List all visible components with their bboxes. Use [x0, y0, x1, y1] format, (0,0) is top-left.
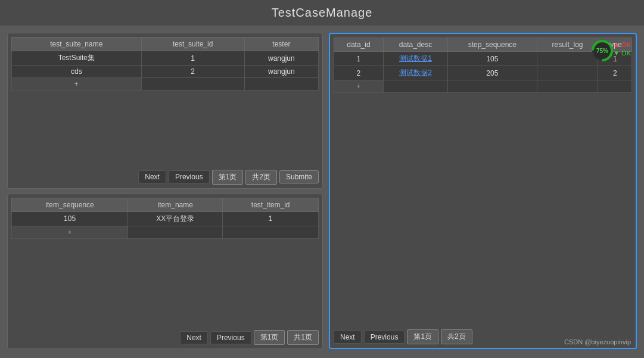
item-previous-button[interactable]: Previous	[210, 331, 251, 344]
data-total-label: 共2页	[441, 329, 472, 344]
add-data-button[interactable]: +	[334, 80, 384, 93]
data-id-2[interactable]: 2	[334, 66, 384, 80]
suite-name-2[interactable]: cds	[12, 66, 142, 78]
add-item-button[interactable]: +	[12, 226, 128, 238]
item-page-label: 第1页	[254, 330, 285, 345]
title-bar: TestCaseManage	[0, 0, 644, 26]
col-test-item-id: test_item_id	[223, 198, 319, 211]
col-result-log: result_log	[537, 38, 598, 52]
ok-up-label: ▲ OK	[613, 41, 631, 48]
data-table: data_id data_desc step_sequence result_l…	[334, 38, 632, 93]
add-row[interactable]: +	[12, 226, 319, 238]
suite-previous-button[interactable]: Previous	[169, 170, 210, 183]
left-bottom-panel: item_sequence item_name test_item_id 105…	[7, 194, 323, 350]
col-item-name: item_name	[128, 198, 223, 211]
table-row[interactable]: 2 测试数据2 205 2	[334, 66, 632, 80]
suite-next-button[interactable]: Next	[138, 170, 166, 183]
suite-total-label: 共2页	[245, 170, 277, 185]
suite-table: test_suite_name test_suite_id tester Tes…	[11, 37, 319, 91]
item-next-button[interactable]: Next	[180, 331, 208, 344]
csdn-watermark: CSDN @biyezuopinvip	[564, 338, 631, 345]
step-seq-1[interactable]: 105	[448, 52, 537, 66]
col-data-desc: data_desc	[383, 38, 447, 52]
ok-down-label: ▼ OK	[613, 49, 631, 57]
app-title: TestCaseManage	[272, 6, 373, 19]
table-row[interactable]: TestSuite集 1 wangjun	[12, 51, 319, 66]
step-seq-2[interactable]: 205	[448, 66, 537, 80]
tester-2[interactable]: wangjun	[244, 66, 318, 78]
suite-pagination: Next Previous 第1页 共2页 Submite	[11, 166, 319, 185]
item-table: item_sequence item_name test_item_id 105…	[11, 198, 319, 239]
add-row[interactable]: +	[12, 78, 319, 91]
tester-1[interactable]: wangjun	[244, 51, 318, 66]
test-item-id-1[interactable]: 1	[223, 211, 319, 226]
type-2[interactable]: 2	[598, 66, 632, 80]
item-seq-1[interactable]: 105	[12, 211, 128, 226]
data-desc-2[interactable]: 测试数据2	[383, 66, 447, 80]
item-pagination: Next Previous 第1页 共1页	[11, 326, 319, 345]
table-row[interactable]: 1 测试数据1 105 1	[334, 52, 632, 66]
right-table-container: data_id data_desc step_sequence result_l…	[334, 38, 632, 182]
col-item-seq: item_sequence	[12, 198, 128, 211]
data-next-button[interactable]: Next	[334, 331, 362, 344]
table-row[interactable]: cds 2 wangjun	[12, 66, 319, 78]
progress-text: 75%	[596, 48, 608, 54]
col-step-seq: step_sequence	[448, 38, 537, 52]
data-page-label: 第1页	[407, 329, 438, 344]
data-previous-button[interactable]: Previous	[364, 331, 405, 344]
right-panel: 75% ▲ OK ▼ OK data_id data_desc step_seq…	[329, 33, 637, 349]
progress-circle: 75%	[590, 39, 614, 63]
item-total-label: 共1页	[287, 330, 319, 345]
item-name-1[interactable]: XX平台登录	[128, 211, 223, 226]
result-log-1[interactable]	[537, 52, 598, 66]
left-panel: test_suite_name test_suite_id tester Tes…	[7, 33, 323, 349]
suite-page-label: 第1页	[212, 170, 244, 185]
left-top-panel: test_suite_name test_suite_id tester Tes…	[7, 33, 323, 189]
add-row[interactable]: +	[334, 80, 632, 93]
suite-id-2[interactable]: 2	[141, 66, 244, 78]
data-id-1[interactable]: 1	[334, 52, 384, 66]
suite-submit-button[interactable]: Submite	[279, 170, 319, 183]
col-suite-id: test_suite_id	[141, 38, 244, 51]
col-data-id: data_id	[334, 38, 384, 52]
ok-labels: ▲ OK ▼ OK	[613, 41, 631, 57]
result-log-2[interactable]	[537, 66, 598, 80]
suite-name-1[interactable]: TestSuite集	[12, 51, 142, 66]
col-suite-name: test_suite_name	[12, 38, 142, 51]
progress-container: 75%	[590, 39, 614, 64]
table-row[interactable]: 105 XX平台登录 1	[12, 211, 319, 226]
data-desc-1[interactable]: 测试数据1	[383, 52, 447, 66]
add-suite-button[interactable]: +	[12, 78, 142, 91]
suite-id-1[interactable]: 1	[141, 51, 244, 66]
col-tester: tester	[244, 38, 318, 51]
